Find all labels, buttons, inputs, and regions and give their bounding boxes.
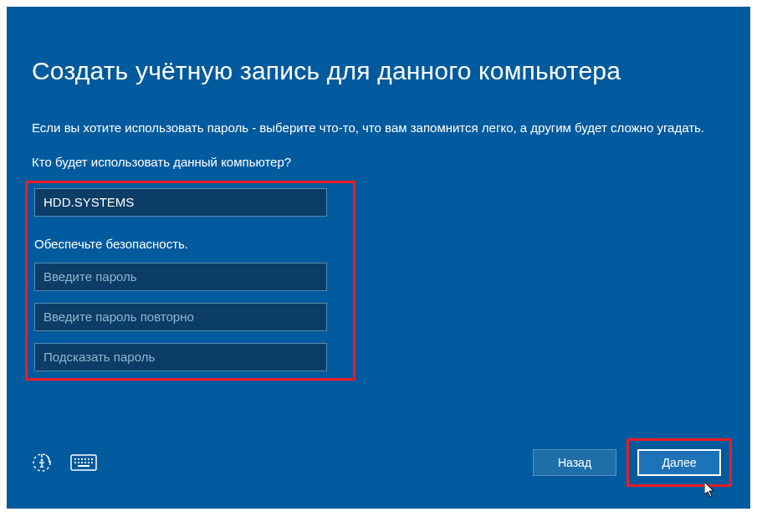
back-button[interactable]: Назад: [533, 449, 616, 476]
svg-rect-10: [78, 462, 79, 463]
svg-rect-15: [78, 465, 90, 467]
footer: Назад Далее: [32, 438, 732, 487]
svg-rect-4: [78, 458, 79, 460]
svg-rect-8: [91, 458, 93, 460]
form-area: Кто будет использовать данный компьютер?…: [7, 138, 750, 381]
footer-right: Назад Далее: [533, 438, 732, 487]
password-hint-input[interactable]: [34, 343, 327, 371]
password-input[interactable]: [34, 263, 327, 291]
svg-point-1: [41, 459, 43, 462]
svg-rect-6: [84, 458, 86, 460]
svg-rect-9: [74, 462, 76, 463]
highlighted-form-area: Обеспечьте безопасность.: [25, 181, 355, 381]
svg-rect-12: [84, 462, 86, 463]
svg-rect-14: [91, 462, 93, 463]
page-subtitle: Если вы хотите использовать пароль - выб…: [32, 119, 725, 138]
setup-window: Создать учётную запись для данного компь…: [7, 7, 750, 509]
svg-rect-13: [88, 462, 90, 463]
svg-rect-7: [88, 458, 90, 460]
keyboard-icon[interactable]: [70, 454, 97, 471]
user-section-label: Кто будет использовать данный компьютер?: [32, 155, 725, 169]
password-confirm-input[interactable]: [34, 303, 327, 331]
security-section-label: Обеспечьте безопасность.: [34, 237, 346, 251]
svg-rect-3: [74, 458, 76, 460]
header-area: Создать учётную запись для данного компь…: [7, 7, 750, 138]
svg-rect-5: [81, 458, 83, 460]
highlighted-next-button-area: Далее: [627, 438, 732, 487]
footer-left: [32, 453, 97, 473]
next-button[interactable]: Далее: [637, 449, 721, 476]
accessibility-icon[interactable]: [32, 453, 52, 473]
page-title: Создать учётную запись для данного компь…: [32, 57, 725, 85]
username-input[interactable]: [34, 188, 327, 217]
svg-rect-11: [81, 462, 83, 463]
